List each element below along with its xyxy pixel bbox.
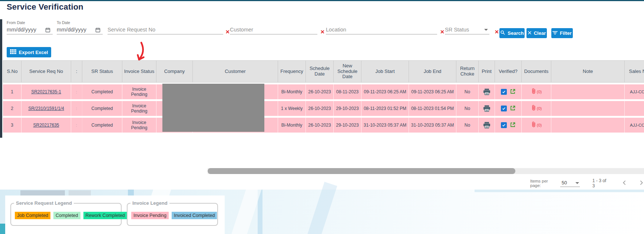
from-date-value[interactable]: mm/dd/yyyy bbox=[7, 26, 36, 33]
clear-button[interactable]: Clear bbox=[526, 28, 547, 38]
print-icon[interactable] bbox=[479, 118, 495, 133]
clear-sr-status-icon[interactable]: ✕ bbox=[495, 29, 499, 35]
col-header-job-start: Job Start bbox=[361, 61, 409, 82]
cell-note bbox=[551, 84, 625, 99]
verified-checkbox[interactable] bbox=[501, 106, 507, 111]
open-record-icon[interactable] bbox=[510, 105, 516, 112]
paperclip-icon bbox=[531, 121, 536, 129]
col-header-customer: Customer bbox=[193, 61, 278, 82]
legend-chip-invoiced-completed: Invoiced Completed bbox=[172, 212, 217, 219]
calendar-icon[interactable] bbox=[45, 27, 50, 33]
service-req-link[interactable]: SR20217635-1 bbox=[31, 89, 61, 94]
next-page-button[interactable] bbox=[638, 180, 644, 187]
items-per-page-label: Items per page: bbox=[530, 179, 557, 188]
table-row: 1 SR20217635-1 : Completed Invoice Pendi… bbox=[3, 84, 644, 99]
open-record-icon[interactable] bbox=[510, 88, 516, 96]
col-header-verified: Verified? bbox=[495, 61, 522, 82]
from-date-field[interactable]: From Date mm/dd/yyyy bbox=[7, 20, 53, 34]
col-header-frequency: Frequency bbox=[278, 61, 306, 82]
documents-cell[interactable]: (0) bbox=[522, 84, 551, 99]
scrollbar-thumb[interactable] bbox=[208, 168, 515, 174]
export-excel-button[interactable]: Export Excel bbox=[7, 47, 51, 57]
service-verification-screen: Service Verification From Date mm/dd/yyy… bbox=[0, 0, 644, 234]
documents-count: (0) bbox=[537, 106, 542, 111]
paperclip-icon bbox=[531, 88, 536, 96]
cell-sales-name: AJJ-CO bbox=[625, 84, 644, 99]
cell-frequency: 1 x Weekly bbox=[278, 101, 306, 116]
service-req-link[interactable]: SR20217635 bbox=[33, 123, 59, 128]
verified-checkbox[interactable] bbox=[501, 122, 507, 128]
cell-job-start: 08-11-2023 01:52 PM bbox=[361, 101, 409, 116]
cell-return-choke: No bbox=[456, 118, 479, 133]
table-row: 3 SR20217635 : Completed Invoice Pending… bbox=[3, 118, 644, 133]
background-shape bbox=[303, 182, 337, 234]
calendar-icon[interactable] bbox=[95, 27, 100, 33]
location-placeholder: Location bbox=[326, 27, 346, 33]
top-accent-bar bbox=[0, 0, 644, 1]
legend-chip-completed: Completed bbox=[53, 212, 80, 219]
service-request-no-input[interactable]: Service Request No bbox=[108, 20, 223, 34]
customer-placeholder: Customer bbox=[230, 27, 253, 33]
col-header-schedule-date: Schedule Date bbox=[306, 61, 334, 82]
col-header-colon: : bbox=[71, 61, 82, 82]
filter-button-label: Filter bbox=[560, 30, 572, 36]
col-header-sr-status: SR Status bbox=[82, 61, 122, 82]
cell-frequency: Bi-Monthly bbox=[278, 118, 306, 133]
col-header-sales-name: Sales Name bbox=[625, 61, 644, 82]
to-date-field[interactable]: To Date mm/dd/yyyy bbox=[57, 20, 103, 34]
cell-colon-artifact: : bbox=[71, 101, 82, 116]
items-per-page-value: 50 bbox=[562, 180, 567, 185]
chevron-down-icon bbox=[484, 29, 488, 31]
clear-service-request-no-icon[interactable]: ✕ bbox=[225, 29, 230, 35]
horizontal-scrollbar[interactable] bbox=[208, 168, 644, 174]
col-header-service-req-no: Service Req No bbox=[22, 61, 71, 82]
sr-status-placeholder: SR Status bbox=[445, 27, 469, 33]
background-shape bbox=[20, 190, 65, 195]
cell-new-schedule-date: 29-10-2023 bbox=[334, 118, 361, 133]
previous-page-button[interactable] bbox=[622, 180, 627, 187]
print-icon[interactable] bbox=[479, 84, 495, 99]
cell-colon-artifact: : bbox=[71, 84, 82, 99]
cell-sr-status: Completed bbox=[82, 118, 122, 133]
search-icon bbox=[500, 30, 505, 36]
legend-chip-job-completed: Job Completed bbox=[15, 212, 50, 219]
cell-job-start: 31-10-2023 05:37 AM bbox=[361, 118, 409, 133]
service-request-legend-title: Service Request Legend bbox=[14, 200, 74, 206]
service-req-link[interactable]: SR/2310/1591/1/4 bbox=[28, 106, 64, 111]
cell-sr-status: Completed bbox=[82, 101, 122, 116]
filter-icon bbox=[552, 30, 558, 36]
col-header-return-choke: Return Choke bbox=[456, 61, 479, 82]
open-record-icon[interactable] bbox=[510, 122, 516, 129]
close-icon bbox=[528, 30, 532, 36]
to-date-value[interactable]: mm/dd/yyyy bbox=[57, 26, 86, 33]
filter-button[interactable]: Filter bbox=[551, 28, 573, 38]
location-input[interactable]: Location bbox=[326, 20, 437, 34]
clear-customer-icon[interactable]: ✕ bbox=[320, 29, 325, 35]
cell-sno: 2 bbox=[3, 101, 22, 116]
cell-invoice-status: Invoice Pending bbox=[122, 84, 156, 99]
customer-input[interactable]: Customer bbox=[230, 20, 317, 34]
documents-count: (0) bbox=[537, 123, 542, 127]
table-header-row: S.No Service Req No : SR Status Invoice … bbox=[3, 60, 644, 83]
items-per-page-select[interactable]: 50 bbox=[560, 180, 580, 187]
paginator: Items per page: 50 1 - 3 of 3 bbox=[530, 178, 644, 188]
col-header-documents: Documents bbox=[522, 61, 551, 82]
to-date-label: To Date bbox=[57, 20, 70, 25]
cell-note bbox=[551, 118, 625, 133]
cell-schedule-date: 26-10-2023 bbox=[306, 118, 334, 133]
print-icon[interactable] bbox=[479, 101, 495, 116]
search-button[interactable]: Search bbox=[499, 28, 525, 38]
clear-location-icon[interactable]: ✕ bbox=[440, 29, 445, 35]
cell-colon-artifact: : bbox=[71, 118, 82, 133]
documents-cell[interactable]: (0) bbox=[522, 118, 551, 133]
invoice-legend-title: Invoice Legend bbox=[131, 200, 169, 206]
background-shape bbox=[69, 190, 91, 195]
sr-status-select[interactable]: SR Status bbox=[445, 20, 489, 34]
verified-checkbox[interactable] bbox=[501, 89, 507, 95]
cell-sno: 1 bbox=[3, 84, 22, 99]
col-header-note: Note bbox=[551, 61, 625, 82]
documents-count: (0) bbox=[537, 90, 542, 94]
documents-cell[interactable]: (0) bbox=[522, 101, 551, 116]
col-header-company: Company bbox=[156, 61, 193, 82]
cell-return-choke: No bbox=[456, 84, 479, 99]
